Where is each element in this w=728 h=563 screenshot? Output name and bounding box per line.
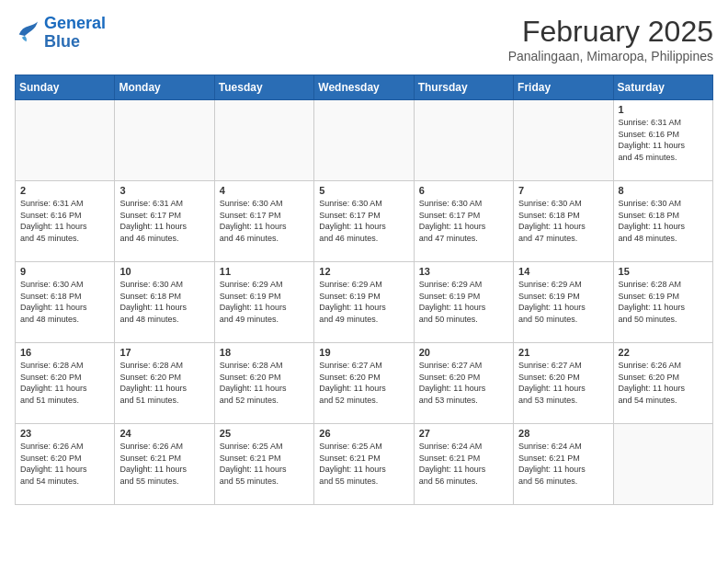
day-info: Sunrise: 6:25 AM Sunset: 6:21 PM Dayligh…: [220, 441, 309, 487]
weekday-header: Thursday: [414, 75, 513, 100]
calendar-day-cell: 6Sunrise: 6:30 AM Sunset: 6:17 PM Daylig…: [414, 181, 513, 262]
calendar-day-cell: [514, 100, 613, 181]
day-number: 8: [619, 185, 708, 196]
day-info: Sunrise: 6:30 AM Sunset: 6:18 PM Dayligh…: [119, 279, 209, 325]
day-number: 14: [518, 266, 608, 277]
calendar-day-cell: 17Sunrise: 6:28 AM Sunset: 6:20 PM Dayli…: [115, 343, 214, 424]
calendar-table: SundayMondayTuesdayWednesdayThursdayFrid…: [15, 75, 713, 505]
day-number: 23: [20, 428, 109, 439]
calendar-day-cell: 10Sunrise: 6:30 AM Sunset: 6:18 PM Dayli…: [115, 262, 214, 343]
day-info: Sunrise: 6:30 AM Sunset: 6:17 PM Dayligh…: [419, 198, 508, 244]
calendar-week-row: 23Sunrise: 6:26 AM Sunset: 6:20 PM Dayli…: [16, 424, 713, 505]
calendar-week-row: 1Sunrise: 6:31 AM Sunset: 6:16 PM Daylig…: [16, 100, 713, 181]
page-header: General Blue February 2025 Panalingaan, …: [15, 15, 713, 63]
day-info: Sunrise: 6:29 AM Sunset: 6:19 PM Dayligh…: [419, 279, 508, 325]
day-number: 13: [419, 266, 508, 277]
day-number: 22: [619, 347, 708, 358]
title-block: February 2025 Panalingaan, Mimaropa, Phi…: [508, 15, 713, 63]
day-number: 27: [419, 428, 508, 439]
calendar-day-cell: 14Sunrise: 6:29 AM Sunset: 6:19 PM Dayli…: [514, 262, 613, 343]
day-number: 20: [419, 347, 508, 358]
day-number: 25: [220, 428, 309, 439]
calendar-day-cell: 25Sunrise: 6:25 AM Sunset: 6:21 PM Dayli…: [214, 424, 313, 505]
day-number: 10: [119, 266, 209, 277]
weekday-header: Tuesday: [214, 75, 313, 100]
day-number: 1: [619, 104, 708, 115]
day-number: 3: [119, 185, 209, 196]
calendar-day-cell: 3Sunrise: 6:31 AM Sunset: 6:17 PM Daylig…: [115, 181, 214, 262]
day-info: Sunrise: 6:26 AM Sunset: 6:20 PM Dayligh…: [20, 441, 109, 487]
calendar-day-cell: [613, 424, 712, 505]
calendar-day-cell: 12Sunrise: 6:29 AM Sunset: 6:19 PM Dayli…: [314, 262, 414, 343]
day-number: 6: [419, 185, 508, 196]
calendar-day-cell: [214, 100, 313, 181]
logo: General Blue: [15, 15, 106, 52]
calendar-day-cell: 2Sunrise: 6:31 AM Sunset: 6:16 PM Daylig…: [16, 181, 115, 262]
calendar-day-cell: 21Sunrise: 6:27 AM Sunset: 6:20 PM Dayli…: [514, 343, 613, 424]
day-number: 21: [518, 347, 608, 358]
calendar-day-cell: 4Sunrise: 6:30 AM Sunset: 6:17 PM Daylig…: [214, 181, 313, 262]
calendar-day-cell: 13Sunrise: 6:29 AM Sunset: 6:19 PM Dayli…: [414, 262, 513, 343]
day-number: 24: [119, 428, 209, 439]
calendar-week-row: 2Sunrise: 6:31 AM Sunset: 6:16 PM Daylig…: [16, 181, 713, 262]
calendar-day-cell: 9Sunrise: 6:30 AM Sunset: 6:18 PM Daylig…: [16, 262, 115, 343]
calendar-day-cell: 8Sunrise: 6:30 AM Sunset: 6:18 PM Daylig…: [613, 181, 712, 262]
day-info: Sunrise: 6:28 AM Sunset: 6:20 PM Dayligh…: [119, 360, 209, 406]
logo-icon: [15, 20, 40, 46]
day-info: Sunrise: 6:28 AM Sunset: 6:20 PM Dayligh…: [220, 360, 309, 406]
calendar-day-cell: [314, 100, 414, 181]
day-info: Sunrise: 6:29 AM Sunset: 6:19 PM Dayligh…: [518, 279, 608, 325]
day-info: Sunrise: 6:30 AM Sunset: 6:17 PM Dayligh…: [319, 198, 408, 244]
day-info: Sunrise: 6:30 AM Sunset: 6:18 PM Dayligh…: [619, 198, 708, 244]
day-number: 18: [220, 347, 309, 358]
day-number: 16: [20, 347, 109, 358]
calendar-day-cell: 19Sunrise: 6:27 AM Sunset: 6:20 PM Dayli…: [314, 343, 414, 424]
day-number: 12: [319, 266, 408, 277]
calendar-day-cell: 20Sunrise: 6:27 AM Sunset: 6:20 PM Dayli…: [414, 343, 513, 424]
calendar-day-cell: 24Sunrise: 6:26 AM Sunset: 6:21 PM Dayli…: [115, 424, 214, 505]
calendar-day-cell: 23Sunrise: 6:26 AM Sunset: 6:20 PM Dayli…: [16, 424, 115, 505]
calendar-day-cell: 26Sunrise: 6:25 AM Sunset: 6:21 PM Dayli…: [314, 424, 414, 505]
day-info: Sunrise: 6:30 AM Sunset: 6:18 PM Dayligh…: [518, 198, 608, 244]
day-number: 7: [518, 185, 608, 196]
calendar-day-cell: 11Sunrise: 6:29 AM Sunset: 6:19 PM Dayli…: [214, 262, 313, 343]
day-number: 17: [119, 347, 209, 358]
day-info: Sunrise: 6:27 AM Sunset: 6:20 PM Dayligh…: [518, 360, 608, 406]
day-info: Sunrise: 6:26 AM Sunset: 6:21 PM Dayligh…: [119, 441, 209, 487]
day-info: Sunrise: 6:31 AM Sunset: 6:16 PM Dayligh…: [20, 198, 109, 244]
weekday-header: Wednesday: [314, 75, 414, 100]
day-info: Sunrise: 6:31 AM Sunset: 6:16 PM Dayligh…: [619, 117, 708, 163]
calendar-day-cell: 27Sunrise: 6:24 AM Sunset: 6:21 PM Dayli…: [414, 424, 513, 505]
calendar-day-cell: 1Sunrise: 6:31 AM Sunset: 6:16 PM Daylig…: [613, 100, 712, 181]
day-number: 11: [220, 266, 309, 277]
day-number: 19: [319, 347, 408, 358]
calendar-day-cell: 5Sunrise: 6:30 AM Sunset: 6:17 PM Daylig…: [314, 181, 414, 262]
weekday-header: Sunday: [16, 75, 115, 100]
day-number: 4: [220, 185, 309, 196]
calendar-week-row: 16Sunrise: 6:28 AM Sunset: 6:20 PM Dayli…: [16, 343, 713, 424]
calendar-day-cell: 22Sunrise: 6:26 AM Sunset: 6:20 PM Dayli…: [613, 343, 712, 424]
calendar-week-row: 9Sunrise: 6:30 AM Sunset: 6:18 PM Daylig…: [16, 262, 713, 343]
calendar-day-cell: [115, 100, 214, 181]
day-number: 5: [319, 185, 408, 196]
day-number: 9: [20, 266, 109, 277]
day-info: Sunrise: 6:27 AM Sunset: 6:20 PM Dayligh…: [319, 360, 408, 406]
calendar-day-cell: 28Sunrise: 6:24 AM Sunset: 6:21 PM Dayli…: [514, 424, 613, 505]
day-info: Sunrise: 6:30 AM Sunset: 6:17 PM Dayligh…: [220, 198, 309, 244]
day-info: Sunrise: 6:30 AM Sunset: 6:18 PM Dayligh…: [20, 279, 109, 325]
day-info: Sunrise: 6:25 AM Sunset: 6:21 PM Dayligh…: [319, 441, 408, 487]
location-subtitle: Panalingaan, Mimaropa, Philippines: [508, 49, 713, 63]
day-number: 2: [20, 185, 109, 196]
day-info: Sunrise: 6:28 AM Sunset: 6:19 PM Dayligh…: [619, 279, 708, 325]
day-info: Sunrise: 6:31 AM Sunset: 6:17 PM Dayligh…: [119, 198, 209, 244]
day-info: Sunrise: 6:29 AM Sunset: 6:19 PM Dayligh…: [319, 279, 408, 325]
day-number: 26: [319, 428, 408, 439]
day-info: Sunrise: 6:24 AM Sunset: 6:21 PM Dayligh…: [419, 441, 508, 487]
calendar-day-cell: 7Sunrise: 6:30 AM Sunset: 6:18 PM Daylig…: [514, 181, 613, 262]
weekday-header: Friday: [514, 75, 613, 100]
weekday-header: Saturday: [613, 75, 712, 100]
logo-text: General Blue: [44, 15, 106, 52]
day-info: Sunrise: 6:27 AM Sunset: 6:20 PM Dayligh…: [419, 360, 508, 406]
weekday-header: Monday: [115, 75, 214, 100]
day-info: Sunrise: 6:26 AM Sunset: 6:20 PM Dayligh…: [619, 360, 708, 406]
